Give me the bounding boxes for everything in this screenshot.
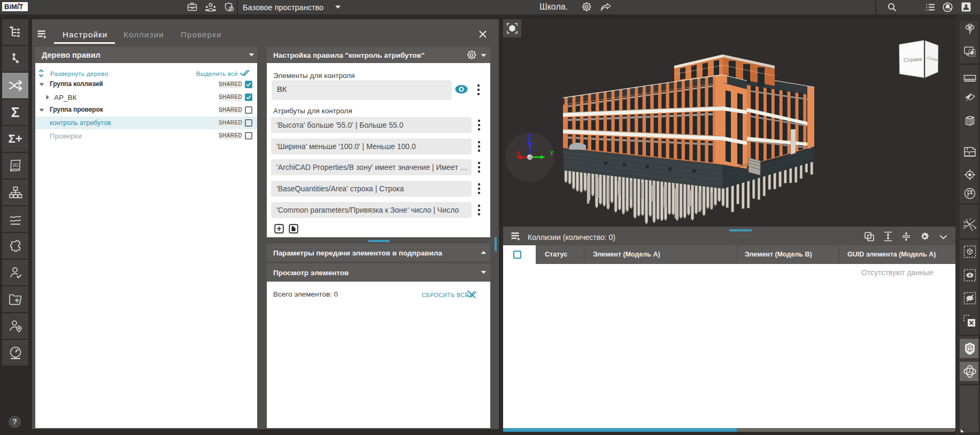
svg-text:Z: Z (528, 133, 531, 141)
svg-text:Y: Y (550, 150, 554, 157)
svg-text:2D: 2D (12, 162, 19, 168)
svg-text:2: 2 (969, 217, 971, 221)
svg-text:X: X (516, 150, 520, 158)
svg-text:1: 1 (963, 221, 966, 224)
